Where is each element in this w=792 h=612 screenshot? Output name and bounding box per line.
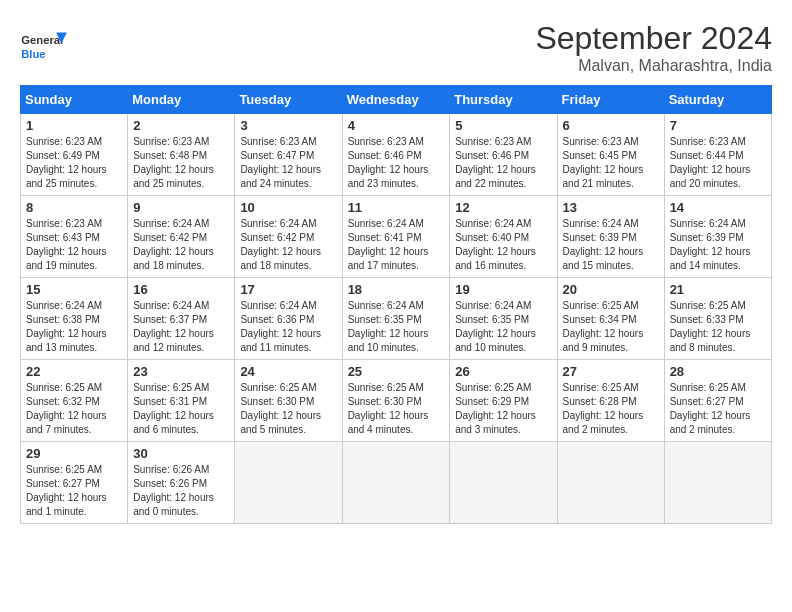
sunrise-time: Sunrise: 6:24 AM: [133, 300, 209, 311]
calendar-header-row: Sunday Monday Tuesday Wednesday Thursday…: [21, 86, 772, 114]
day-info: Sunrise: 6:25 AM Sunset: 6:33 PM Dayligh…: [670, 299, 766, 355]
sunrise-time: Sunrise: 6:24 AM: [563, 218, 639, 229]
header-tuesday: Tuesday: [235, 86, 342, 114]
sunrise-time: Sunrise: 6:25 AM: [133, 382, 209, 393]
sunset-time: Sunset: 6:43 PM: [26, 232, 100, 243]
calendar-cell-3-1: 16 Sunrise: 6:24 AM Sunset: 6:37 PM Dayl…: [128, 278, 235, 360]
calendar-cell-5-0: 29 Sunrise: 6:25 AM Sunset: 6:27 PM Dayl…: [21, 442, 128, 524]
sunset-time: Sunset: 6:28 PM: [563, 396, 637, 407]
calendar-cell-2-5: 13 Sunrise: 6:24 AM Sunset: 6:39 PM Dayl…: [557, 196, 664, 278]
calendar-cell-5-2: [235, 442, 342, 524]
daylight-hours: Daylight: 12 hours and 5 minutes.: [240, 410, 321, 435]
day-number: 29: [26, 446, 122, 461]
daylight-hours: Daylight: 12 hours and 19 minutes.: [26, 246, 107, 271]
calendar-cell-2-2: 10 Sunrise: 6:24 AM Sunset: 6:42 PM Dayl…: [235, 196, 342, 278]
day-info: Sunrise: 6:24 AM Sunset: 6:42 PM Dayligh…: [133, 217, 229, 273]
calendar-cell-3-3: 18 Sunrise: 6:24 AM Sunset: 6:35 PM Dayl…: [342, 278, 450, 360]
day-number: 22: [26, 364, 122, 379]
location: Malvan, Maharashtra, India: [535, 57, 772, 75]
calendar-cell-3-6: 21 Sunrise: 6:25 AM Sunset: 6:33 PM Dayl…: [664, 278, 771, 360]
daylight-hours: Daylight: 12 hours and 23 minutes.: [348, 164, 429, 189]
day-number: 7: [670, 118, 766, 133]
calendar-cell-1-1: 2 Sunrise: 6:23 AM Sunset: 6:48 PM Dayli…: [128, 114, 235, 196]
sunset-time: Sunset: 6:45 PM: [563, 150, 637, 161]
sunset-time: Sunset: 6:27 PM: [26, 478, 100, 489]
sunset-time: Sunset: 6:40 PM: [455, 232, 529, 243]
daylight-hours: Daylight: 12 hours and 16 minutes.: [455, 246, 536, 271]
day-info: Sunrise: 6:25 AM Sunset: 6:34 PM Dayligh…: [563, 299, 659, 355]
sunrise-time: Sunrise: 6:25 AM: [563, 382, 639, 393]
sunrise-time: Sunrise: 6:23 AM: [670, 136, 746, 147]
day-info: Sunrise: 6:25 AM Sunset: 6:29 PM Dayligh…: [455, 381, 551, 437]
sunset-time: Sunset: 6:34 PM: [563, 314, 637, 325]
sunrise-time: Sunrise: 6:24 AM: [348, 300, 424, 311]
calendar-cell-3-0: 15 Sunrise: 6:24 AM Sunset: 6:38 PM Dayl…: [21, 278, 128, 360]
day-info: Sunrise: 6:26 AM Sunset: 6:26 PM Dayligh…: [133, 463, 229, 519]
calendar-cell-4-0: 22 Sunrise: 6:25 AM Sunset: 6:32 PM Dayl…: [21, 360, 128, 442]
day-number: 24: [240, 364, 336, 379]
sunrise-time: Sunrise: 6:23 AM: [240, 136, 316, 147]
daylight-hours: Daylight: 12 hours and 13 minutes.: [26, 328, 107, 353]
calendar-cell-5-6: [664, 442, 771, 524]
sunset-time: Sunset: 6:27 PM: [670, 396, 744, 407]
sunrise-time: Sunrise: 6:23 AM: [563, 136, 639, 147]
sunset-time: Sunset: 6:30 PM: [240, 396, 314, 407]
sunset-time: Sunset: 6:37 PM: [133, 314, 207, 325]
sunset-time: Sunset: 6:47 PM: [240, 150, 314, 161]
day-number: 15: [26, 282, 122, 297]
day-info: Sunrise: 6:24 AM Sunset: 6:35 PM Dayligh…: [348, 299, 445, 355]
day-info: Sunrise: 6:23 AM Sunset: 6:46 PM Dayligh…: [348, 135, 445, 191]
sunset-time: Sunset: 6:38 PM: [26, 314, 100, 325]
sunrise-time: Sunrise: 6:24 AM: [26, 300, 102, 311]
day-info: Sunrise: 6:24 AM Sunset: 6:40 PM Dayligh…: [455, 217, 551, 273]
calendar-cell-1-3: 4 Sunrise: 6:23 AM Sunset: 6:46 PM Dayli…: [342, 114, 450, 196]
day-info: Sunrise: 6:24 AM Sunset: 6:39 PM Dayligh…: [563, 217, 659, 273]
calendar-cell-1-0: 1 Sunrise: 6:23 AM Sunset: 6:49 PM Dayli…: [21, 114, 128, 196]
sunrise-time: Sunrise: 6:24 AM: [240, 300, 316, 311]
sunrise-time: Sunrise: 6:23 AM: [26, 218, 102, 229]
calendar-cell-3-5: 20 Sunrise: 6:25 AM Sunset: 6:34 PM Dayl…: [557, 278, 664, 360]
day-info: Sunrise: 6:24 AM Sunset: 6:38 PM Dayligh…: [26, 299, 122, 355]
calendar-table: Sunday Monday Tuesday Wednesday Thursday…: [20, 85, 772, 524]
day-number: 6: [563, 118, 659, 133]
sunrise-time: Sunrise: 6:24 AM: [133, 218, 209, 229]
daylight-hours: Daylight: 12 hours and 9 minutes.: [563, 328, 644, 353]
sunrise-time: Sunrise: 6:25 AM: [670, 300, 746, 311]
day-number: 30: [133, 446, 229, 461]
title-section: September 2024 Malvan, Maharashtra, Indi…: [535, 20, 772, 75]
page-header: General Blue September 2024 Malvan, Maha…: [20, 20, 772, 75]
calendar-week-2: 8 Sunrise: 6:23 AM Sunset: 6:43 PM Dayli…: [21, 196, 772, 278]
day-info: Sunrise: 6:25 AM Sunset: 6:28 PM Dayligh…: [563, 381, 659, 437]
calendar-cell-2-3: 11 Sunrise: 6:24 AM Sunset: 6:41 PM Dayl…: [342, 196, 450, 278]
sunset-time: Sunset: 6:42 PM: [240, 232, 314, 243]
daylight-hours: Daylight: 12 hours and 18 minutes.: [133, 246, 214, 271]
daylight-hours: Daylight: 12 hours and 15 minutes.: [563, 246, 644, 271]
day-number: 4: [348, 118, 445, 133]
header-saturday: Saturday: [664, 86, 771, 114]
svg-text:Blue: Blue: [21, 48, 45, 60]
daylight-hours: Daylight: 12 hours and 24 minutes.: [240, 164, 321, 189]
sunset-time: Sunset: 6:39 PM: [670, 232, 744, 243]
day-number: 3: [240, 118, 336, 133]
day-number: 23: [133, 364, 229, 379]
day-info: Sunrise: 6:23 AM Sunset: 6:46 PM Dayligh…: [455, 135, 551, 191]
sunset-time: Sunset: 6:33 PM: [670, 314, 744, 325]
day-number: 8: [26, 200, 122, 215]
sunset-time: Sunset: 6:35 PM: [348, 314, 422, 325]
daylight-hours: Daylight: 12 hours and 4 minutes.: [348, 410, 429, 435]
calendar-week-1: 1 Sunrise: 6:23 AM Sunset: 6:49 PM Dayli…: [21, 114, 772, 196]
day-number: 1: [26, 118, 122, 133]
calendar-cell-5-4: [450, 442, 557, 524]
sunset-time: Sunset: 6:39 PM: [563, 232, 637, 243]
sunset-time: Sunset: 6:41 PM: [348, 232, 422, 243]
calendar-cell-1-6: 7 Sunrise: 6:23 AM Sunset: 6:44 PM Dayli…: [664, 114, 771, 196]
sunset-time: Sunset: 6:31 PM: [133, 396, 207, 407]
sunrise-time: Sunrise: 6:25 AM: [26, 382, 102, 393]
calendar-week-3: 15 Sunrise: 6:24 AM Sunset: 6:38 PM Dayl…: [21, 278, 772, 360]
day-info: Sunrise: 6:23 AM Sunset: 6:44 PM Dayligh…: [670, 135, 766, 191]
calendar-cell-4-3: 25 Sunrise: 6:25 AM Sunset: 6:30 PM Dayl…: [342, 360, 450, 442]
day-number: 16: [133, 282, 229, 297]
calendar-cell-3-4: 19 Sunrise: 6:24 AM Sunset: 6:35 PM Dayl…: [450, 278, 557, 360]
day-info: Sunrise: 6:25 AM Sunset: 6:31 PM Dayligh…: [133, 381, 229, 437]
calendar-cell-5-1: 30 Sunrise: 6:26 AM Sunset: 6:26 PM Dayl…: [128, 442, 235, 524]
